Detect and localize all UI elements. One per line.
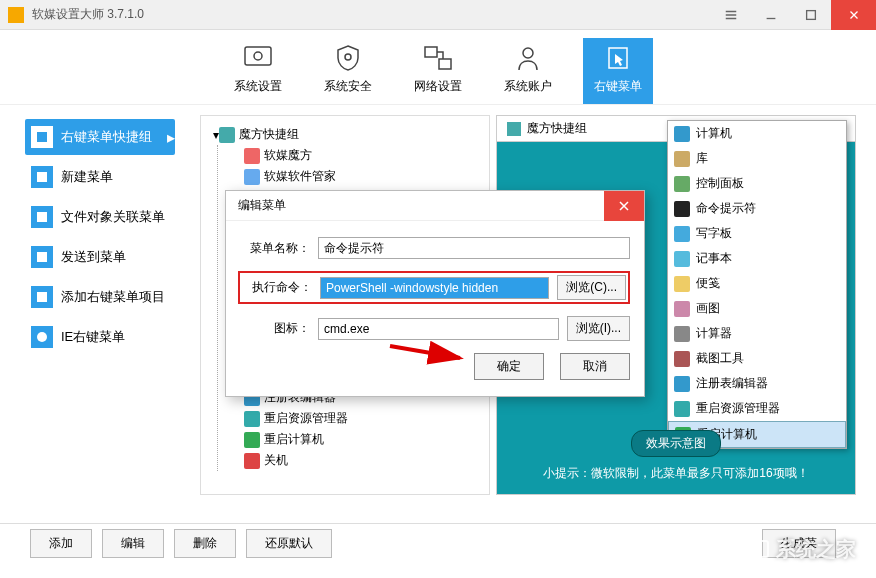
titlebar: 软媒设置大师 3.7.1.0 — [0, 0, 876, 30]
app-icon — [244, 169, 260, 185]
icon-label: 图标： — [240, 320, 310, 337]
restart-icon — [244, 411, 260, 427]
sidebar-item-sendto[interactable]: 发送到菜单 — [25, 239, 175, 275]
reboot-icon — [244, 432, 260, 448]
sidebar-item-new-menu[interactable]: 新建菜单 — [25, 159, 175, 195]
close-button[interactable] — [831, 0, 876, 30]
registry-icon — [674, 376, 690, 392]
grid-icon — [507, 122, 521, 136]
shutdown-icon — [244, 453, 260, 469]
generate-button[interactable]: 生成菜 — [762, 529, 836, 558]
menu-item-snip[interactable]: 截图工具 — [668, 346, 846, 371]
edit-button[interactable]: 编辑 — [102, 529, 164, 558]
tree-root[interactable]: ▾ 魔方快捷组 — [209, 124, 481, 145]
top-nav: 系统设置 系统安全 网络设置 系统账户 右键菜单 — [0, 30, 876, 105]
restart-icon — [674, 401, 690, 417]
dialog-close-button[interactable] — [604, 191, 644, 221]
gear-screen-icon — [242, 42, 274, 74]
cancel-button[interactable]: 取消 — [560, 353, 630, 380]
svg-rect-5 — [439, 59, 451, 69]
menu-item-regedit[interactable]: 注册表编辑器 — [668, 371, 846, 396]
calculator-icon — [674, 326, 690, 342]
window-title: 软媒设置大师 3.7.1.0 — [32, 6, 711, 23]
user-icon — [512, 42, 544, 74]
tree-item[interactable]: 软媒魔方 — [240, 145, 481, 166]
app-logo — [8, 7, 24, 23]
dialog-titlebar: 编辑菜单 — [226, 191, 644, 221]
browse-c-button[interactable]: 浏览(C)... — [557, 275, 626, 300]
menu-item-notepad[interactable]: 记事本 — [668, 246, 846, 271]
icon-input[interactable] — [318, 318, 559, 340]
edit-menu-dialog: 编辑菜单 菜单名称： 执行命令： 浏览(C)... 图标： 浏览(I)... 确… — [225, 190, 645, 397]
minimize-button[interactable] — [751, 0, 791, 30]
browse-i-button[interactable]: 浏览(I)... — [567, 316, 630, 341]
nav-network-settings[interactable]: 网络设置 — [403, 38, 473, 104]
svg-rect-0 — [807, 10, 816, 19]
nav-context-menu[interactable]: 右键菜单 — [583, 38, 653, 104]
wordpad-icon — [674, 226, 690, 242]
menu-item-control-panel[interactable]: 控制面板 — [668, 171, 846, 196]
tip-text: 小提示：微软限制，此菜单最多只可添加16项哦！ — [543, 466, 808, 480]
grid-icon — [219, 127, 235, 143]
menu-name-row: 菜单名称： — [240, 237, 630, 259]
sidebar: 右键菜单快捷组▸ 新建菜单 文件对象关联菜单 发送到菜单 添加右键菜单项目 IE… — [0, 105, 180, 525]
sidebar-item-shortcut-group[interactable]: 右键菜单快捷组▸ — [25, 119, 175, 155]
sticky-icon — [674, 276, 690, 292]
menu-item-calc[interactable]: 计算器 — [668, 321, 846, 346]
tree-item[interactable]: 重启资源管理器 — [240, 408, 481, 429]
sidebar-icon — [31, 206, 53, 228]
nav-system-settings[interactable]: 系统设置 — [223, 38, 293, 104]
sidebar-item-file-assoc[interactable]: 文件对象关联菜单 — [25, 199, 175, 235]
library-icon — [674, 151, 690, 167]
sidebar-item-ie-context[interactable]: IE右键菜单 — [25, 319, 175, 355]
sidebar-icon — [31, 286, 53, 308]
menu-item-computer[interactable]: 计算机 — [668, 121, 846, 146]
exec-cmd-row: 执行命令： 浏览(C)... — [238, 271, 630, 304]
dialog-title-text: 编辑菜单 — [238, 197, 286, 214]
sidebar-icon — [31, 246, 53, 268]
shield-icon — [332, 42, 364, 74]
sidebar-item-add-context[interactable]: 添加右键菜单项目 — [25, 279, 175, 315]
preview-effect-button[interactable]: 效果示意图 — [631, 430, 721, 457]
menu-name-label: 菜单名称： — [240, 240, 310, 257]
menu-item-paint[interactable]: 画图 — [668, 296, 846, 321]
sidebar-icon — [31, 166, 53, 188]
sidebar-icon — [31, 126, 53, 148]
context-submenu: 计算机 库 控制面板 命令提示符 写字板 记事本 便笺 画图 计算器 截图工具 … — [667, 120, 847, 449]
tree-item[interactable]: 关机 — [240, 450, 481, 471]
control-panel-icon — [674, 176, 690, 192]
maximize-button[interactable] — [791, 0, 831, 30]
menu-name-input[interactable] — [318, 237, 630, 259]
svg-point-6 — [523, 48, 533, 58]
network-icon — [422, 42, 454, 74]
snip-icon — [674, 351, 690, 367]
cursor-icon — [602, 42, 634, 74]
menu-button[interactable] — [711, 0, 751, 30]
tree-item[interactable]: 软媒软件管家 — [240, 166, 481, 187]
svg-point-3 — [345, 54, 351, 60]
menu-item-sticky[interactable]: 便笺 — [668, 271, 846, 296]
paint-icon — [674, 301, 690, 317]
add-button[interactable]: 添加 — [30, 529, 92, 558]
svg-point-2 — [254, 52, 262, 60]
nav-system-accounts[interactable]: 系统账户 — [493, 38, 563, 104]
ok-button[interactable]: 确定 — [474, 353, 544, 380]
svg-rect-1 — [245, 47, 271, 65]
menu-item-libraries[interactable]: 库 — [668, 146, 846, 171]
icon-row: 图标： 浏览(I)... — [240, 316, 630, 341]
exec-cmd-label: 执行命令： — [242, 279, 312, 296]
menu-item-restart-explorer[interactable]: 重启资源管理器 — [668, 396, 846, 421]
footer-toolbar: 添加 编辑 删除 还原默认 生成菜 — [0, 523, 876, 563]
exec-cmd-input[interactable] — [320, 277, 549, 299]
restore-button[interactable]: 还原默认 — [246, 529, 332, 558]
notepad-icon — [674, 251, 690, 267]
svg-rect-4 — [425, 47, 437, 57]
menu-item-wordpad[interactable]: 写字板 — [668, 221, 846, 246]
cmd-icon — [674, 201, 690, 217]
delete-button[interactable]: 删除 — [174, 529, 236, 558]
nav-system-security[interactable]: 系统安全 — [313, 38, 383, 104]
sidebar-icon — [31, 326, 53, 348]
tree-item[interactable]: 重启计算机 — [240, 429, 481, 450]
computer-icon — [674, 126, 690, 142]
menu-item-cmd[interactable]: 命令提示符 — [668, 196, 846, 221]
